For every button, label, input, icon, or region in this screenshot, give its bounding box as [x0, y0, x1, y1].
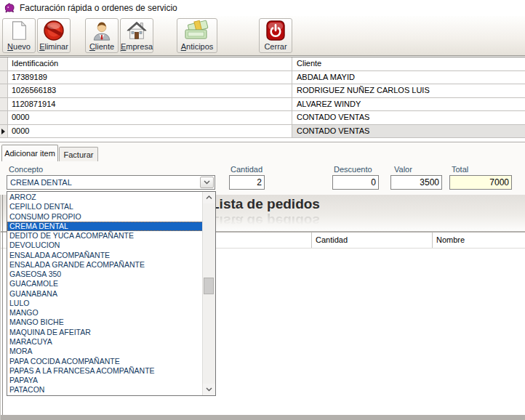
scroll-up-button[interactable] — [203, 192, 215, 203]
dropdown-items: ARROZ CEPILLO DENTAL CONSUMO PROPIO CREM… — [7, 193, 203, 395]
title-bar: Facturación rápida o ordenes de servicio — [0, 0, 525, 16]
column-header-identificacion: Identificación — [8, 57, 292, 70]
clients-grid: Identificación Cliente 17389189 ABDALA M… — [0, 57, 525, 142]
dropdown-item[interactable]: ARROZ — [7, 193, 203, 202]
dropdown-scrollbar[interactable] — [202, 192, 215, 395]
client-row[interactable]: 1120871914 ALVAREZ WINDY — [0, 98, 525, 112]
client-name-cell: ALVAREZ WINDY — [292, 98, 525, 111]
dropdown-item[interactable]: ENSALADA GRANDE ACOMPAÑANTE — [7, 260, 203, 270]
panel-bottom-edge — [1, 415, 525, 420]
dropdown-item[interactable]: PAPAS A LA FRANCESA ACOMPAÑANTE — [7, 366, 203, 376]
dropdown-item[interactable]: PAPAYA — [7, 376, 203, 385]
clients-grid-header: Identificación Cliente — [0, 57, 525, 71]
client-name-cell: CONTADO VENTAS — [292, 111, 525, 124]
tab-facturar[interactable]: Facturar — [59, 147, 98, 161]
total-field[interactable] — [449, 175, 512, 190]
app-window: Facturación rápida o ordenes de servicio… — [0, 0, 525, 420]
combobox-dropdown-button[interactable] — [200, 177, 214, 188]
dropdown-item[interactable]: MANGO BICHE — [7, 318, 203, 327]
current-row-icon — [0, 125, 8, 138]
cerrar-button[interactable]: Cerrar — [259, 18, 292, 53]
total-label: Total — [452, 165, 468, 174]
chevron-down-icon — [204, 180, 210, 185]
dropdown-item[interactable]: CREMA DENTAL — [7, 222, 203, 231]
cantidad-field[interactable] — [229, 175, 265, 190]
dropdown-item[interactable]: GUANABANA — [7, 289, 203, 299]
concepto-combobox[interactable]: CREMA DENTAL — [7, 175, 215, 190]
new-document-icon — [3, 19, 35, 42]
dropdown-item[interactable]: DEVOLUCION — [7, 241, 203, 250]
nuevo-button[interactable]: Nuevo — [2, 18, 36, 53]
pedidos-banner-title: Lista de pedidos — [211, 196, 320, 212]
dropdown-item[interactable]: MARACUYA — [7, 337, 203, 347]
client-icon — [86, 19, 118, 42]
dropdown-item[interactable]: ENSALADA ACOMPAÑANTE — [7, 251, 203, 260]
scrollbar-thumb[interactable] — [204, 278, 214, 294]
company-icon — [121, 19, 153, 42]
concepto-value: CREMA DENTAL — [10, 178, 72, 187]
client-row[interactable]: 17389189 ABDALA MAYID — [0, 71, 525, 85]
empresa-button[interactable]: Empresa — [120, 18, 153, 53]
valor-label: Valor — [394, 165, 412, 174]
dropdown-item[interactable]: PAPA COCIDA ACOMPAÑANTE — [7, 357, 203, 366]
current-row-icon — [0, 98, 8, 111]
app-icon — [4, 2, 15, 14]
client-name-cell: RODRIGUEZ NUÑEZ CARLOS LUIS — [292, 84, 525, 97]
current-row-icon — [0, 71, 8, 84]
money-icon — [177, 19, 217, 42]
client-row[interactable]: 0000 CONTADO VENTAS — [0, 111, 525, 125]
client-id-cell: 1120871914 — [8, 98, 292, 111]
scroll-down-button[interactable] — [203, 384, 215, 395]
cliente-button[interactable]: Cliente — [85, 18, 119, 53]
dropdown-item[interactable]: MANGO — [7, 308, 203, 318]
pedidos-column-nombre: Nombre — [432, 233, 525, 248]
dropdown-item[interactable]: GASEOSA 350 — [7, 270, 203, 279]
cantidad-label: Cantidad — [231, 165, 262, 174]
client-id-cell: 1026566183 — [8, 84, 292, 97]
concepto-dropdown-list: ARROZ CEPILLO DENTAL CONSUMO PROPIO CREM… — [7, 191, 216, 396]
panel-left-edge — [2, 195, 3, 416]
client-row[interactable]: 0000 CONTADO VENTAS — [0, 125, 525, 139]
dropdown-item[interactable]: GUACAMOLE — [7, 279, 203, 288]
dropdown-item[interactable]: LULO — [7, 299, 203, 308]
chevron-up-icon — [206, 195, 212, 200]
client-id-cell: 0000 — [8, 111, 292, 124]
power-icon — [260, 19, 292, 42]
pedidos-column-cantidad: Cantidad — [311, 233, 432, 248]
delete-icon — [38, 19, 70, 42]
descuento-field[interactable] — [332, 175, 379, 190]
client-name-cell: ABDALA MAYID — [292, 71, 525, 84]
dropdown-item[interactable]: CONSUMO PROPIO — [7, 212, 203, 222]
client-row[interactable]: 1026566183 RODRIGUEZ NUÑEZ CARLOS LUIS — [0, 84, 525, 98]
descuento-label: Descuento — [334, 165, 372, 174]
client-id-cell: 0000 — [8, 125, 292, 138]
anticipos-button[interactable]: Anticipos — [177, 18, 217, 53]
toolbar: Nuevo Eliminar — [0, 16, 525, 56]
tab-adicionar-item[interactable]: Adicionar item — [1, 145, 58, 161]
current-row-icon — [0, 84, 8, 97]
valor-field[interactable] — [390, 175, 442, 190]
dropdown-item[interactable]: DEDITO DE YUCA ACOMPAÑANTE — [7, 231, 203, 241]
current-row-icon — [0, 111, 8, 124]
dropdown-item[interactable]: MORA — [7, 347, 203, 356]
client-id-cell: 17389189 — [8, 71, 292, 84]
column-header-cliente: Cliente — [292, 57, 525, 70]
dropdown-item[interactable]: MAQUINA DE AFEITAR — [7, 328, 203, 337]
pedidos-banner-reflection: Lista de pedidos — [211, 213, 320, 229]
chevron-down-icon — [206, 387, 212, 392]
dropdown-item[interactable]: CEPILLO DENTAL — [7, 202, 203, 211]
eliminar-button[interactable]: Eliminar — [37, 18, 71, 53]
row-indicator-header — [0, 57, 8, 70]
client-name-cell: CONTADO VENTAS — [292, 125, 525, 138]
window-title: Facturación rápida o ordenes de servicio — [20, 3, 177, 13]
concepto-label: Concepto — [9, 165, 43, 174]
clients-grid-body: 17389189 ABDALA MAYID 1026566183 RODRIGU… — [0, 71, 525, 139]
dropdown-item[interactable]: PATACON — [7, 385, 203, 395]
